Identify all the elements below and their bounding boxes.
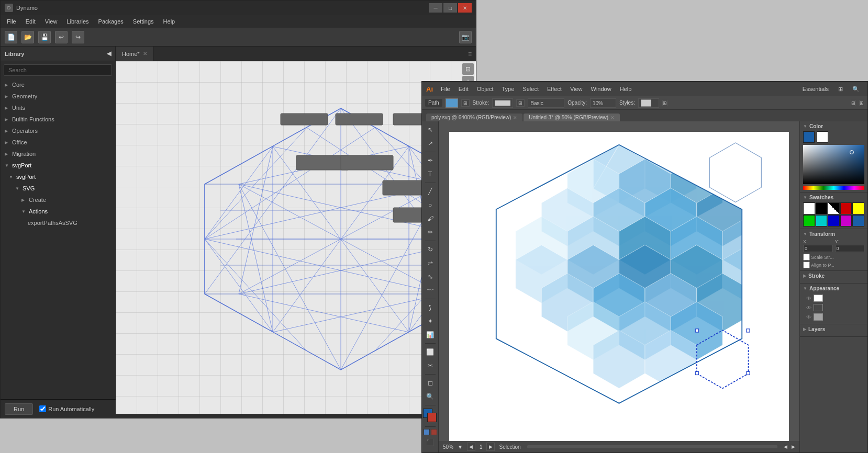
essentials-dropdown[interactable]: Essentials xyxy=(799,85,832,93)
transform-panel-header[interactable]: ▼ Transform xyxy=(803,231,864,237)
swatch-blue[interactable] xyxy=(828,215,840,227)
ai-artboard[interactable] xyxy=(449,132,789,442)
ai-menu-help[interactable]: Help xyxy=(616,85,636,93)
tab-menu-button[interactable]: ≡ xyxy=(468,50,476,58)
library-collapse-button[interactable]: ◀ xyxy=(107,50,111,57)
scale-stroke-checkbox[interactable] xyxy=(803,254,810,261)
stroke-swatch[interactable] xyxy=(814,304,823,311)
x-input[interactable] xyxy=(803,245,833,252)
open-button[interactable]: 📂 xyxy=(21,31,34,43)
type-tool[interactable]: T xyxy=(424,168,437,180)
hue-slider[interactable] xyxy=(803,186,864,190)
line-tool[interactable]: ╱ xyxy=(424,185,437,198)
color-swatches[interactable] xyxy=(423,409,438,423)
close-button[interactable]: ✕ xyxy=(458,3,472,13)
background-color[interactable] xyxy=(817,131,828,143)
align-to-checkbox[interactable] xyxy=(803,262,810,268)
run-button[interactable]: Run xyxy=(5,403,33,415)
ai-tab-untitled[interactable]: Untitled-3* @ 50% (RGB/Preview) ✕ xyxy=(524,114,620,121)
sidebar-item-create[interactable]: ▶ Create xyxy=(1,194,115,206)
sidebar-item-actions[interactable]: ▼ Actions xyxy=(1,206,115,217)
zoom-tool[interactable]: 🔍 xyxy=(424,390,437,403)
swatch-none[interactable] xyxy=(828,202,840,214)
fill-options-button[interactable]: ⊞ xyxy=(461,99,470,107)
ai-tab-poly-close[interactable]: ✕ xyxy=(513,115,517,120)
swatch-custom-blue[interactable] xyxy=(852,215,864,227)
ai-menu-view[interactable]: View xyxy=(566,85,586,93)
sidebar-item-svgport-sub[interactable]: ▼ svgPort xyxy=(1,171,115,183)
search-input[interactable] xyxy=(4,64,112,76)
grid-view-button[interactable]: ⊞ xyxy=(859,100,864,106)
maximize-button[interactable]: □ xyxy=(443,3,457,13)
panel-view-button[interactable]: ⊞ xyxy=(851,100,856,106)
swatch-cyan[interactable] xyxy=(816,215,828,227)
visibility-icon[interactable]: 👁 xyxy=(806,305,811,311)
swatch-yellow[interactable] xyxy=(852,202,864,214)
sidebar-item-units[interactable]: ▶ Units xyxy=(1,102,115,114)
styles-options[interactable]: ⊞ xyxy=(662,100,667,106)
layers-panel-header[interactable]: ▶ Layers xyxy=(803,326,864,332)
undo-button[interactable]: ↩ xyxy=(55,31,68,43)
swatch-black[interactable] xyxy=(816,202,828,214)
eraser-tool[interactable]: ◻ xyxy=(424,377,437,389)
zoom-dropdown-icon[interactable]: ▼ xyxy=(458,444,463,450)
new-button[interactable]: 📄 xyxy=(5,31,17,43)
menu-help[interactable]: Help xyxy=(159,17,180,26)
color-panel-header[interactable]: ▼ Color xyxy=(803,123,864,129)
ai-menu-object[interactable]: Object xyxy=(473,85,497,93)
run-auto-checkbox[interactable] xyxy=(39,405,46,412)
color-picker[interactable] xyxy=(803,145,864,184)
menu-view[interactable]: View xyxy=(41,17,62,26)
ai-tab-poly[interactable]: poly.svg @ 6400% (RGB/Preview) ✕ xyxy=(426,114,522,121)
outline-mode-button[interactable] xyxy=(431,429,437,435)
swatch-white[interactable] xyxy=(803,202,815,214)
y-input[interactable] xyxy=(835,245,865,252)
foreground-color[interactable] xyxy=(803,131,815,143)
ai-menu-effect[interactable]: Effect xyxy=(543,85,565,93)
sidebar-item-core[interactable]: ▶ Core xyxy=(1,79,115,90)
sidebar-item-geometry[interactable]: ▶ Geometry xyxy=(1,90,115,102)
sidebar-item-builtin[interactable]: ▶ Builtin Functions xyxy=(1,114,115,125)
scroll-right-button[interactable]: ▶ xyxy=(792,444,795,449)
artboard-tool[interactable]: ⬜ xyxy=(424,346,437,358)
graph-tool[interactable]: 📊 xyxy=(424,329,437,341)
warp-tool[interactable]: 〰 xyxy=(424,284,437,297)
visibility-icon[interactable]: 👁 xyxy=(806,314,811,320)
tab-close-icon[interactable]: ✕ xyxy=(143,51,147,56)
swatch-red[interactable] xyxy=(840,202,852,214)
sidebar-item-svg[interactable]: ▼ SVG xyxy=(1,183,115,194)
scroll-left-button[interactable]: ◀ xyxy=(784,444,787,449)
redo-button[interactable]: ↪ xyxy=(72,31,84,43)
sidebar-item-migration[interactable]: ▶ Migration xyxy=(1,148,115,160)
swatch-magenta[interactable] xyxy=(840,215,852,227)
next-page-button[interactable]: ▶ xyxy=(486,443,495,451)
paintbrush-tool[interactable]: 🖌 xyxy=(424,212,437,225)
ai-menu-select[interactable]: Select xyxy=(519,85,542,93)
screenshot-button[interactable]: 📷 xyxy=(459,31,472,43)
rotate-tool[interactable]: ↻ xyxy=(424,243,437,256)
home-tab[interactable]: Home* ✕ xyxy=(116,47,154,61)
sidebar-item-operators[interactable]: ▶ Operators xyxy=(1,125,115,137)
save-button[interactable]: 💾 xyxy=(38,31,51,43)
prev-page-button[interactable]: ◀ xyxy=(467,443,475,451)
direct-select-tool[interactable]: ↗ xyxy=(424,137,437,150)
fill-swatch[interactable] xyxy=(814,295,823,302)
ellipse-tool[interactable]: ○ xyxy=(424,199,437,211)
artboards-button[interactable]: ⬛ xyxy=(424,436,437,449)
sidebar-item-office[interactable]: ▶ Office xyxy=(1,137,115,148)
color-mode-button[interactable] xyxy=(424,429,430,435)
ai-menu-edit[interactable]: Edit xyxy=(455,85,472,93)
fit-view-button[interactable]: ⊡ xyxy=(462,63,474,75)
menu-settings[interactable]: Settings xyxy=(129,17,158,26)
stroke-panel-header[interactable]: ▶ Stroke xyxy=(803,273,864,279)
slice-tool[interactable]: ✂ xyxy=(424,359,437,372)
menu-edit[interactable]: Edit xyxy=(21,17,40,26)
ai-menu-file[interactable]: File xyxy=(437,85,454,93)
stroke-options-button[interactable]: ⊞ xyxy=(516,99,525,107)
ai-menu-type[interactable]: Type xyxy=(498,85,518,93)
pencil-tool[interactable]: ✏ xyxy=(424,226,437,239)
ai-tab-untitled-close[interactable]: ✕ xyxy=(610,115,615,120)
search-ai-icon[interactable]: 🔍 xyxy=(849,85,863,94)
minimize-button[interactable]: ─ xyxy=(429,3,442,13)
selection-tool[interactable]: ↖ xyxy=(424,123,437,136)
